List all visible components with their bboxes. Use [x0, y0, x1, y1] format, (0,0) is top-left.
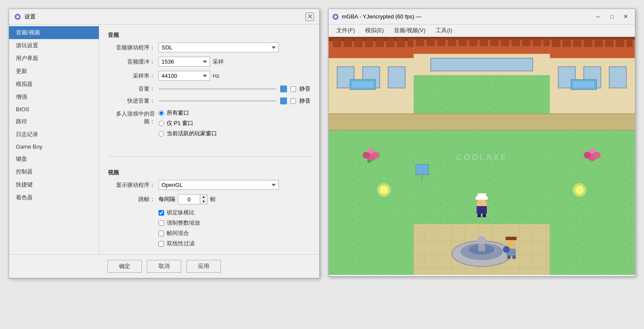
lock-aspect-row: 锁定纵横比: [159, 209, 311, 216]
video-section-title: 视频: [108, 169, 311, 177]
fast-volume-row: 快进音量： 静音: [108, 97, 311, 105]
skip-frame-row: 跳帧： 每间隔 ▲ ▼ 帧: [108, 194, 311, 204]
svg-rect-22: [354, 39, 363, 47]
sidebar-item-keyboard[interactable]: 键盘: [9, 152, 99, 165]
sidebar-item-log[interactable]: 日志记录: [9, 128, 99, 141]
mute-label[interactable]: 静音: [299, 85, 311, 93]
sidebar-item-shortcut[interactable]: 快捷键: [9, 178, 99, 191]
audio-buffer-unit: 采样: [213, 58, 224, 66]
maximize-button[interactable]: □: [606, 12, 618, 21]
svg-rect-98: [478, 214, 481, 217]
skip-frame-interval: 每间隔: [159, 195, 175, 203]
sidebar-item-colorizer[interactable]: 着色器: [9, 191, 99, 204]
volume-slider[interactable]: [159, 88, 277, 90]
spin-down-button[interactable]: ▼: [200, 199, 207, 204]
minimize-button[interactable]: ─: [592, 12, 604, 21]
blend-frames-label[interactable]: 帧间混合: [167, 229, 189, 237]
svg-rect-20: [333, 39, 342, 47]
svg-rect-105: [513, 256, 516, 259]
radio-active-label[interactable]: 当前活跃的玩家窗口: [167, 130, 217, 137]
game-close-button[interactable]: ✕: [620, 12, 632, 21]
svg-rect-27: [408, 39, 414, 47]
svg-rect-58: [458, 39, 467, 46]
mute-checkbox[interactable]: [290, 86, 296, 92]
svg-rect-24: [375, 39, 384, 47]
sidebar-item-gameboy[interactable]: Game Boy: [9, 141, 99, 152]
svg-rect-50: [574, 82, 595, 88]
spin-up-button[interactable]: ▲: [200, 195, 207, 199]
sidebar-item-update[interactable]: 更新: [9, 65, 99, 78]
game-canvas: COOLAXE: [329, 37, 635, 276]
fast-mute-label[interactable]: 静音: [299, 97, 311, 105]
audio-section-title: 音频: [108, 31, 311, 39]
sample-rate-control: 22050 44100 48000 96000 Hz: [159, 71, 311, 81]
sidebar-item-gameplay[interactable]: 游玩设置: [9, 39, 99, 52]
radio-active-input[interactable]: [159, 131, 164, 137]
fast-mute-checkbox[interactable]: [290, 98, 296, 104]
sample-rate-label: 采样率：: [108, 72, 155, 80]
sidebar-item-ui[interactable]: 用户界面: [9, 52, 99, 65]
bilinear-row: 双线性过滤: [159, 240, 311, 247]
svg-rect-37: [552, 39, 561, 47]
menu-tools[interactable]: 工具(I): [431, 25, 456, 36]
svg-rect-72: [329, 130, 635, 131]
svg-rect-61: [491, 39, 499, 46]
bilinear-checkbox[interactable]: [159, 241, 164, 247]
display-driver-select[interactable]: OpenGL Software Vulkan: [159, 180, 279, 190]
radio-p1-label[interactable]: 仅 P1 窗口: [167, 119, 193, 127]
blend-frames-row: 帧间混合: [159, 229, 311, 237]
game-title-left: mGBA - YJencrypted (60 fps) —: [332, 13, 421, 20]
audio-driver-select[interactable]: SDL OpenAL PipeWire: [159, 43, 279, 52]
svg-rect-64: [522, 39, 531, 46]
sample-rate-row: 采样率： 22050 44100 48000 96000 Hz: [108, 71, 311, 81]
sidebar-item-path[interactable]: 路径: [9, 115, 99, 128]
sidebar-item-bios[interactable]: BIOS: [9, 104, 99, 115]
radio-p1-window: 仅 P1 窗口: [159, 119, 217, 127]
fast-volume-slider[interactable]: [159, 100, 277, 102]
video-checkboxes: 锁定纵横比 强制整数缩放 帧间混合 双线性过滤: [108, 209, 311, 247]
svg-text:COOLAXE: COOLAXE: [456, 152, 507, 162]
svg-rect-43: [616, 39, 624, 47]
svg-rect-96: [478, 193, 486, 198]
lock-aspect-checkbox[interactable]: [159, 210, 164, 216]
settings-bottom-buttons: 确定 取消 应用: [9, 254, 319, 278]
svg-rect-39: [574, 39, 582, 47]
menu-emulate[interactable]: 模拟(E): [361, 25, 388, 36]
settings-close-button[interactable]: ✕: [305, 12, 314, 21]
radio-all-windows-input[interactable]: [159, 110, 164, 116]
integer-scale-label[interactable]: 强制整数缩放: [167, 219, 200, 227]
sidebar-item-emulator[interactable]: 模拟器: [9, 78, 99, 91]
menu-av[interactable]: 音频/视频(V): [390, 25, 430, 36]
blend-frames-checkbox[interactable]: [159, 231, 164, 236]
svg-rect-21: [344, 39, 352, 47]
sidebar-item-controller[interactable]: 控制器: [9, 165, 99, 178]
display-driver-row: 显示驱动程序： OpenGL Software Vulkan: [108, 180, 311, 190]
game-menu-bar: 文件(F) 模拟(E) 音频/视频(V) 工具(I): [329, 24, 635, 37]
svg-rect-42: [605, 39, 614, 47]
radio-p1-input[interactable]: [159, 121, 164, 126]
skip-frame-control: 每间隔 ▲ ▼ 帧: [159, 194, 311, 204]
ok-button[interactable]: 确定: [107, 260, 142, 273]
apply-button[interactable]: 应用: [186, 260, 221, 273]
svg-rect-104: [507, 256, 511, 259]
radio-all-windows-label[interactable]: 所有窗口: [167, 109, 189, 117]
svg-point-90: [380, 186, 388, 194]
sidebar-item-enhance[interactable]: 增强: [9, 91, 99, 104]
audio-buffer-control: 512 1024 1536 2048 4096 采样: [159, 57, 311, 67]
svg-rect-68: [431, 58, 533, 71]
svg-rect-66: [543, 39, 550, 46]
sidebar-item-av[interactable]: 音频/视频: [9, 26, 99, 39]
bilinear-label[interactable]: 双线性过滤: [167, 240, 195, 247]
svg-rect-63: [512, 39, 520, 46]
cancel-button[interactable]: 取消: [147, 260, 181, 273]
audio-driver-label: 音频驱动程序：: [108, 44, 155, 52]
video-section: 视频 显示驱动程序： OpenGL Software Vulkan 跳帧：: [108, 169, 311, 247]
integer-scale-checkbox[interactable]: [159, 220, 164, 226]
sample-rate-select[interactable]: 22050 44100 48000 96000: [159, 71, 210, 81]
skip-frame-input[interactable]: [178, 195, 200, 204]
menu-file[interactable]: 文件(F): [332, 25, 359, 36]
svg-point-87: [594, 152, 601, 158]
lock-aspect-label[interactable]: 锁定纵横比: [167, 209, 195, 216]
svg-rect-23: [365, 39, 374, 47]
audio-buffer-select[interactable]: 512 1024 1536 2048 4096: [159, 57, 210, 67]
